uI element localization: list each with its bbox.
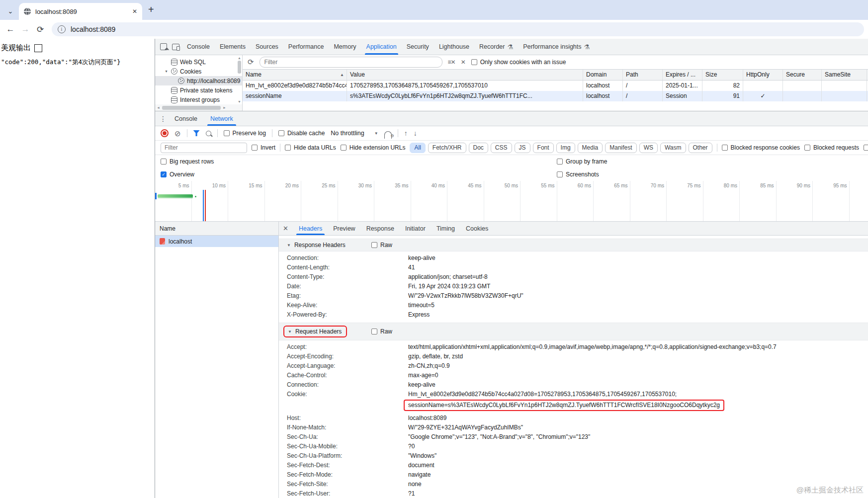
group-by-frame-checkbox[interactable] [557, 159, 563, 165]
devtools-tab-application[interactable]: Application [361, 39, 402, 55]
filter-chip-fetch-xhr[interactable]: Fetch/XHR [428, 143, 466, 153]
detail-tab-response[interactable]: Response [361, 222, 400, 235]
toggle-device-toolbar-icon[interactable] [170, 41, 181, 52]
expand-arrow-icon[interactable]: ▾ [164, 69, 169, 74]
devtools-tab-lighthouse[interactable]: Lighthouse [434, 39, 474, 55]
filter-chip-ws[interactable]: WS [639, 143, 658, 153]
new-tab-button[interactable]: + [148, 4, 154, 15]
disable-cache-checkbox[interactable] [278, 130, 284, 136]
filter-chip-js[interactable]: JS [515, 143, 530, 153]
sidebar-item-web-sql[interactable]: Web SQL [155, 57, 242, 67]
scroll-left-icon[interactable]: ◄ [157, 106, 160, 109]
devtools-tab-memory[interactable]: Memory [329, 39, 361, 55]
column-header-domain[interactable]: Domain [583, 70, 623, 80]
clear-all-cookies-icon[interactable]: ✕ [461, 59, 466, 66]
big-request-rows-checkbox[interactable] [161, 159, 167, 165]
request-name-column-header[interactable]: Name [155, 222, 278, 236]
filter-chip-wasm[interactable]: Wasm [660, 143, 686, 153]
devtools-tab-performance-insights[interactable]: Performance insights⚗ [518, 39, 595, 55]
inspect-element-icon[interactable] [158, 41, 169, 52]
filter-funnel-icon[interactable] [193, 130, 200, 136]
request-raw-checkbox[interactable] [371, 329, 377, 334]
reload-icon[interactable]: ⟳ [34, 24, 47, 35]
filter-chip-manifest[interactable]: Manifest [605, 143, 636, 153]
filter-chip-img[interactable]: Img [556, 143, 575, 153]
devtools-tab-performance[interactable]: Performance [283, 39, 329, 55]
column-header-size[interactable]: Size [702, 70, 743, 80]
drawer-menu-icon[interactable]: ⋮ [159, 115, 167, 123]
column-header-httponly[interactable]: HttpOnly [743, 70, 783, 80]
network-filter-input[interactable] [161, 143, 247, 153]
detail-tab-preview[interactable]: Preview [328, 222, 360, 235]
column-header-value[interactable]: Value [347, 70, 583, 80]
search-icon[interactable] [206, 131, 211, 136]
record-network-log-icon[interactable] [161, 129, 169, 137]
sidebar-item-cookies[interactable]: ▾Cookies [155, 67, 242, 76]
filter-chip-media[interactable]: Media [578, 143, 603, 153]
response-raw-checkbox[interactable] [371, 242, 377, 248]
devtools-tab-recorder[interactable]: Recorder⚗ [474, 39, 518, 55]
preserve-log-checkbox[interactable] [224, 130, 230, 136]
response-headers-section-bar[interactable]: ▼ Response Headers Raw [279, 239, 868, 251]
scroll-right-icon[interactable]: ► [223, 106, 226, 109]
close-tab-icon[interactable]: ✕ [132, 8, 137, 15]
site-info-icon[interactable]: i [58, 25, 66, 33]
column-header-expires-[interactable]: Expires / ... [663, 70, 702, 80]
blocked-requests-checkbox[interactable] [804, 145, 810, 151]
cookie-row-hm-lvt-e8002[interactable]: Hm_lvt_e8002ef3d9e0d8274b5b74cc4a02...17… [243, 81, 868, 91]
invert-checkbox[interactable] [252, 145, 258, 151]
back-icon[interactable]: ← [4, 24, 17, 34]
devtools-tab-elements[interactable]: Elements [215, 39, 251, 55]
pretty-output-checkbox[interactable] [34, 44, 42, 52]
sidebar-horizontal-scrollbar[interactable]: ◄ ► [155, 104, 242, 111]
blocked-response-cookies-checkbox[interactable] [722, 145, 728, 151]
address-bar[interactable]: i localhost:8089 [52, 22, 864, 36]
request-row-localhost[interactable]: localhost [155, 236, 278, 247]
hide-extension-urls-checkbox[interactable] [341, 145, 347, 151]
scroll-down-icon[interactable]: ▼ [238, 100, 241, 103]
devtools-tab-security[interactable]: Security [402, 39, 434, 55]
detail-tab-headers[interactable]: Headers [293, 222, 328, 235]
sidebar-item-private-state-tokens[interactable]: Private state tokens [155, 85, 242, 95]
export-har-icon[interactable]: ↓ [414, 129, 417, 137]
sidebar-item-http-localhost-8089[interactable]: http://localhost:8089 [155, 76, 242, 85]
clear-network-log-icon[interactable]: ⊘ [174, 130, 181, 137]
close-details-icon[interactable]: ✕ [283, 225, 288, 232]
cookie-row-sessionname[interactable]: sessionNames%3ATEsWcdyC0LybLf6FvYn1p6HTJ… [243, 91, 868, 101]
detail-tab-cookies[interactable]: Cookies [460, 222, 494, 235]
filter-chip-other[interactable]: Other [689, 143, 712, 153]
request-headers-section-bar[interactable]: ▼ Request Headers Raw [279, 323, 868, 340]
devtools-tab-console[interactable]: Console [182, 39, 215, 55]
column-header-secure[interactable]: Secure [783, 70, 822, 80]
overview-checkbox[interactable]: ✓ [161, 171, 167, 177]
drawer-tab-network[interactable]: Network [205, 111, 239, 126]
refresh-icon[interactable]: ⟳ [248, 58, 254, 67]
forward-icon[interactable]: → [19, 24, 32, 34]
sidebar-item-interest-groups[interactable]: Interest groups [155, 95, 242, 104]
devtools-tab-sources[interactable]: Sources [251, 39, 283, 55]
column-header-samesite[interactable]: SameSite [822, 70, 867, 80]
network-conditions-icon[interactable] [384, 131, 392, 136]
scroll-up-icon[interactable]: ▲ [238, 56, 241, 60]
column-header-name[interactable]: Name▲ [243, 70, 347, 80]
throttling-select[interactable]: No throttling ▼ [331, 130, 378, 137]
cookie-filter-input[interactable] [260, 57, 442, 68]
filter-chip-font[interactable]: Font [533, 143, 554, 153]
sidebar-vertical-scrollbar[interactable]: ▲ ▼ [237, 56, 242, 103]
only-issues-checkbox[interactable] [471, 59, 477, 65]
hide-data-urls-checkbox[interactable] [285, 145, 291, 151]
filter-chip-all[interactable]: All [410, 143, 425, 153]
network-overview-timeline[interactable]: 5 ms10 ms15 ms20 ms25 ms30 ms35 ms40 ms4… [155, 181, 868, 222]
browser-tab[interactable]: localhost:8089 ✕ [19, 3, 142, 20]
screenshots-checkbox[interactable] [557, 171, 563, 177]
detail-tab-initiator[interactable]: Initiator [400, 222, 431, 235]
detail-tab-timing[interactable]: Timing [431, 222, 460, 235]
clear-filter-icon[interactable]: ≡✕ [448, 59, 455, 66]
third-party-requests-checkbox[interactable] [864, 145, 868, 151]
drawer-tab-console[interactable]: Console [169, 111, 203, 126]
column-header-path[interactable]: Path [623, 70, 663, 80]
tab-search-chevron-icon[interactable]: ⌄ [4, 4, 17, 17]
import-har-icon[interactable]: ↑ [404, 129, 408, 137]
filter-chip-doc[interactable]: Doc [469, 143, 488, 153]
filter-chip-css[interactable]: CSS [491, 143, 512, 153]
